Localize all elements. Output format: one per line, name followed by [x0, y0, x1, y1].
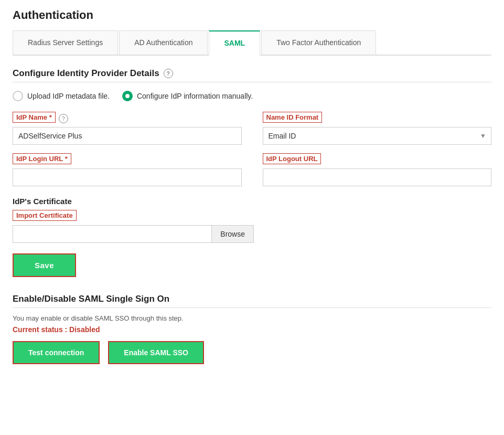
tab-tfa[interactable]: Two Factor Authentication [261, 30, 376, 55]
form-grid: IdP Name * ? Name ID Format Email ID Uns… [13, 112, 491, 186]
sso-divider [13, 307, 491, 308]
configure-help-icon[interactable]: ? [164, 69, 173, 78]
name-id-format-select-wrapper: Email ID Unspecified Transient Persisten… [263, 127, 492, 145]
sso-status: Current status : Disabled [13, 325, 491, 334]
cert-title: IdP's Certificate [13, 197, 491, 206]
idp-name-help-icon[interactable]: ? [59, 114, 68, 123]
idp-login-url-label: IdP Login URL * [13, 153, 71, 164]
tabs-container: Radius Server Settings AD Authentication… [13, 30, 491, 56]
save-btn-wrapper: Save [13, 253, 491, 277]
configure-section-title: Configure Identity Provider Details ? [13, 68, 491, 79]
sso-section: Enable/Disable SAML Single Sign On You m… [13, 294, 491, 364]
configure-title-text: Configure Identity Provider Details [13, 68, 159, 79]
sso-buttons: Test connection Enable SAML SSO [13, 341, 491, 364]
enable-saml-sso-button[interactable]: Enable SAML SSO [108, 341, 204, 364]
radio-upload-label: Upload IdP metadata file. [27, 92, 110, 100]
idp-name-required: * [49, 113, 52, 121]
idp-login-url-input[interactable] [13, 168, 242, 186]
file-path-input[interactable] [13, 226, 211, 242]
idp-login-url-field-group: IdP Login URL * [13, 153, 242, 186]
import-cert-label: Import Certificate [13, 210, 77, 221]
tab-radius[interactable]: Radius Server Settings [13, 30, 118, 55]
idp-name-label: IdP Name * [13, 112, 56, 123]
sso-title: Enable/Disable SAML Single Sign On [13, 294, 491, 304]
test-connection-button[interactable]: Test connection [13, 341, 100, 364]
page-title: Authentication [13, 8, 491, 22]
idp-logout-url-field-group: IdP Logout URL [263, 153, 492, 186]
tab-ad[interactable]: AD Authentication [119, 30, 208, 55]
tab-saml[interactable]: SAML [209, 30, 260, 56]
idp-logout-url-label: IdP Logout URL [263, 153, 321, 164]
name-id-format-select[interactable]: Email ID Unspecified Transient Persisten… [263, 127, 492, 145]
idp-name-input[interactable] [13, 127, 242, 145]
name-id-format-label: Name ID Format [263, 112, 323, 123]
radio-manual[interactable]: Configure IdP information manually. [122, 91, 253, 101]
browse-button[interactable]: Browse [211, 226, 253, 242]
radio-upload-circle[interactable] [13, 91, 23, 101]
idp-name-field-group: IdP Name * ? [13, 112, 242, 145]
save-button[interactable]: Save [13, 253, 76, 277]
radio-manual-circle[interactable] [122, 91, 133, 101]
radio-group: Upload IdP metadata file. Configure IdP … [13, 91, 491, 101]
file-input-row: Browse [13, 225, 254, 243]
idp-login-required: * [65, 155, 68, 163]
section-divider-1 [13, 82, 491, 82]
sso-description: You may enable or disable SAML SSO throu… [13, 314, 491, 322]
radio-upload[interactable]: Upload IdP metadata file. [13, 91, 110, 101]
idp-logout-url-input[interactable] [263, 168, 492, 186]
idp-name-label-row: IdP Name * ? [13, 112, 242, 125]
certificate-section: IdP's Certificate Import Certificate Bro… [13, 197, 491, 243]
name-id-format-field-group: Name ID Format Email ID Unspecified Tran… [263, 112, 492, 145]
radio-manual-label: Configure IdP information manually. [137, 92, 253, 100]
